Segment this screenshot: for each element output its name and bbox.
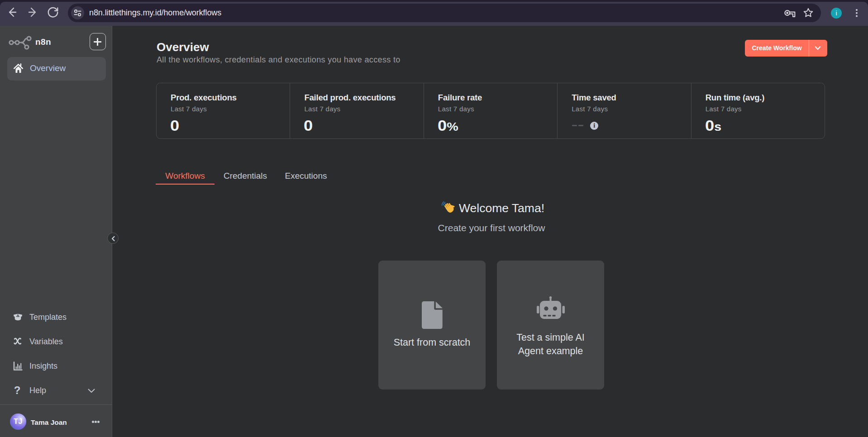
svg-text:?: ? [14,385,21,396]
